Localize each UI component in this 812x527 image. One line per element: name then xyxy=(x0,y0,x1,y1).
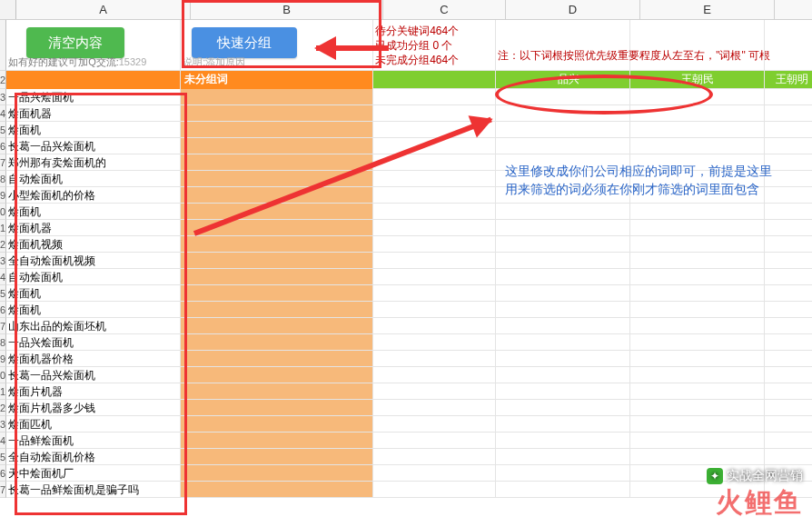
cell[interactable] xyxy=(630,236,765,252)
cell[interactable] xyxy=(373,465,496,481)
row-number[interactable]: 2 xyxy=(0,236,6,253)
cell[interactable] xyxy=(630,416,765,432)
cell[interactable] xyxy=(630,433,765,448)
ungrouped-cell[interactable] xyxy=(181,154,373,170)
keyword-cell[interactable]: 一品兴烩面机 xyxy=(6,89,181,104)
cell[interactable] xyxy=(373,482,496,497)
cell[interactable] xyxy=(630,138,765,154)
ungrouped-cell[interactable] xyxy=(181,285,373,301)
cell[interactable] xyxy=(373,367,496,383)
cell[interactable] xyxy=(630,89,765,104)
cell[interactable] xyxy=(373,334,496,350)
ungrouped-cell[interactable] xyxy=(181,383,373,399)
ungrouped-cell[interactable] xyxy=(181,433,373,448)
cell[interactable] xyxy=(630,105,765,121)
ungrouped-cell[interactable] xyxy=(181,105,373,121)
row-number[interactable]: 0 xyxy=(0,204,6,220)
cell[interactable] xyxy=(630,449,765,464)
keyword-cell[interactable]: 自动烩面机 xyxy=(6,171,181,186)
keyword-cell[interactable]: 长葛一品兴烩面机 xyxy=(6,367,181,383)
ungrouped-cell[interactable] xyxy=(181,449,373,464)
cell[interactable] xyxy=(496,383,630,399)
keyword-cell[interactable]: 烩面机 xyxy=(6,285,181,301)
ungrouped-cell[interactable] xyxy=(181,171,373,186)
row-number[interactable]: 6 xyxy=(0,138,6,154)
keyword-cell[interactable]: 烩面机器 xyxy=(6,220,181,235)
ungrouped-cell[interactable] xyxy=(181,122,373,137)
cell[interactable] xyxy=(630,122,765,137)
keyword-cell[interactable]: 一品鲜烩面机 xyxy=(6,433,181,448)
keyword-cell[interactable]: 天中烩面机厂 xyxy=(6,465,181,481)
keyword-cell[interactable]: 山东出品的烩面坯机 xyxy=(6,318,181,333)
row-number[interactable]: 7 xyxy=(0,154,6,171)
keyword-cell[interactable]: 全自动烩面机视频 xyxy=(6,253,181,268)
cell[interactable] xyxy=(630,269,765,284)
cell[interactable] xyxy=(630,383,765,399)
cell[interactable] xyxy=(373,449,496,464)
cell[interactable] xyxy=(496,334,630,350)
row-number[interactable]: 5 xyxy=(0,449,6,465)
cell[interactable] xyxy=(496,220,630,235)
keyword-cell[interactable]: 烩面机 xyxy=(6,204,181,219)
cell[interactable] xyxy=(496,318,630,333)
cell[interactable] xyxy=(373,400,496,415)
keyword-cell[interactable]: 全自动烩面机价格 xyxy=(6,449,181,464)
cell[interactable] xyxy=(373,187,496,203)
cell[interactable] xyxy=(373,383,496,399)
cell[interactable] xyxy=(496,105,630,121)
row-number[interactable]: 9 xyxy=(0,187,6,204)
keyword-cell[interactable]: 烩面匹机 xyxy=(6,416,181,432)
cell[interactable] xyxy=(373,416,496,432)
header-root-3[interactable]: 王朝明 xyxy=(765,71,812,88)
cell[interactable] xyxy=(496,204,630,219)
keyword-cell[interactable]: 烩面机器价格 xyxy=(6,351,181,366)
cell[interactable] xyxy=(496,465,630,481)
ungrouped-cell[interactable] xyxy=(181,465,373,481)
cell[interactable] xyxy=(373,433,496,448)
row-number[interactable]: 5 xyxy=(0,122,6,138)
cell[interactable] xyxy=(373,105,496,121)
cell[interactable] xyxy=(373,318,496,333)
cell[interactable] xyxy=(373,171,496,186)
row-number[interactable]: 3 xyxy=(0,253,6,269)
ungrouped-cell[interactable] xyxy=(181,89,373,104)
cell[interactable] xyxy=(630,204,765,219)
cell[interactable] xyxy=(373,253,496,268)
col-header-b[interactable]: B xyxy=(191,0,383,19)
cell[interactable] xyxy=(496,367,630,383)
keyword-cell[interactable]: 烩面机视频 xyxy=(6,236,181,252)
ungrouped-cell[interactable] xyxy=(181,302,373,317)
cell[interactable] xyxy=(373,122,496,137)
cell[interactable] xyxy=(496,138,630,154)
keyword-cell[interactable]: 烩面片机器多少钱 xyxy=(6,400,181,415)
row-number[interactable]: 8 xyxy=(0,171,6,187)
header-root-1[interactable]: 一品兴 xyxy=(496,71,630,88)
ungrouped-cell[interactable] xyxy=(181,253,373,268)
row-number[interactable]: 5 xyxy=(0,285,6,302)
ungrouped-cell[interactable] xyxy=(181,269,373,284)
cell[interactable] xyxy=(496,400,630,415)
row-number[interactable]: 1 xyxy=(0,220,6,236)
cell[interactable] xyxy=(630,285,765,301)
cell[interactable] xyxy=(496,416,630,432)
ungrouped-cell[interactable] xyxy=(181,482,373,497)
ungrouped-cell[interactable] xyxy=(181,318,373,333)
keyword-cell[interactable]: 自动烩面机 xyxy=(6,269,181,284)
row-number[interactable]: 0 xyxy=(0,367,6,383)
cell[interactable] xyxy=(496,482,630,497)
keyword-cell[interactable]: 郑州那有卖烩面机的 xyxy=(6,154,181,170)
cell[interactable] xyxy=(496,351,630,366)
cell[interactable] xyxy=(630,400,765,415)
keyword-cell[interactable]: 烩面机 xyxy=(6,122,181,137)
row-number[interactable]: 2 xyxy=(0,400,6,416)
cell[interactable] xyxy=(373,351,496,366)
ungrouped-cell[interactable] xyxy=(181,204,373,219)
keyword-cell[interactable]: 一品兴烩面机 xyxy=(6,334,181,350)
row-number[interactable]: 2 xyxy=(0,71,6,89)
cell[interactable] xyxy=(496,269,630,284)
row-number[interactable]: 8 xyxy=(0,334,6,351)
keyword-cell[interactable]: 烩面片机器 xyxy=(6,383,181,399)
row-number[interactable]: 4 xyxy=(0,433,6,449)
cell[interactable] xyxy=(496,449,630,464)
cell[interactable] xyxy=(630,334,765,350)
